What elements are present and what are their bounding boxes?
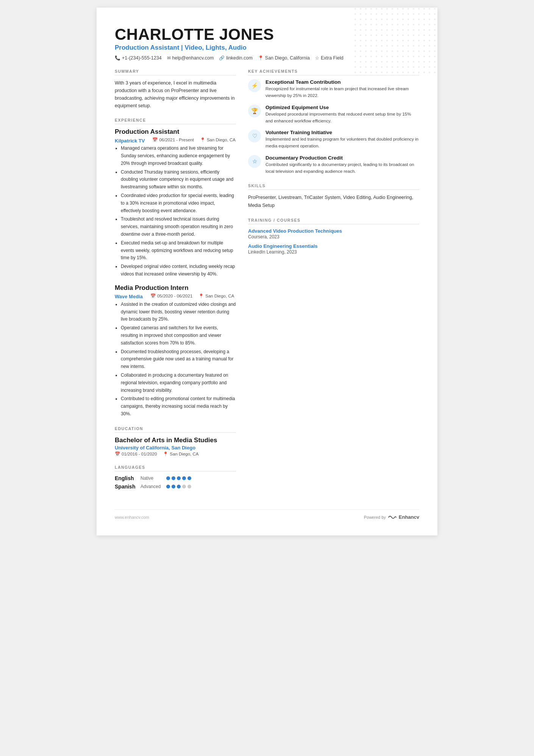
contact-row: 📞 +1-(234)-555-1234 ✉ help@enhancv.com 🔗… [115,55,419,61]
job-1-bullets: Managed camera operations and live strea… [115,145,236,278]
achievement-3-desc: Implemented and led training program for… [265,136,419,150]
list-item: Coordinated video production for special… [121,192,236,214]
lang-spanish-dots [166,485,191,488]
dot [172,476,175,480]
list-item: Conducted Thursday training sessions, ef… [121,169,236,191]
right-column: KEY ACHIEVEMENTS ⚡ Exceptional Team Cont… [248,69,419,498]
job-1-meta-row: Kilpatrick TV 📅 06/2021 - Present 📍 San … [115,136,236,145]
summary-label: SUMMARY [115,69,236,75]
lang-english-name: English [115,475,137,481]
candidate-title: Production Assistant | Video, Lights, Au… [115,44,419,52]
achievement-4: ☆ Documentary Production Credit Contribu… [248,155,419,175]
achievements-label: KEY ACHIEVEMENTS [248,69,419,75]
calendar-icon-2: 📅 [150,293,156,299]
languages-label: LANGUAGES [115,465,236,471]
summary-section: SUMMARY With 3 years of experience, I ex… [115,69,236,110]
edu-school: University of California, San Diego [115,445,236,451]
list-item: Collaborated in producing a documentary … [121,372,236,394]
contact-linkedin: 🔗 linkedin.com [219,55,252,61]
achievement-1-content: Exceptional Team Contribution Recognized… [265,79,419,99]
resume-header: CHARLOTTE JONES Production Assistant | V… [115,26,419,61]
training-1-meta: Coursera, 2023 [248,234,419,239]
main-layout: SUMMARY With 3 years of experience, I ex… [115,69,419,498]
left-column: SUMMARY With 3 years of experience, I ex… [115,69,236,498]
job-1: Production Assistant Kilpatrick TV 📅 06/… [115,128,236,278]
contact-phone: 📞 +1-(234)-555-1234 [115,55,162,61]
lang-spanish-name: Spanish [115,484,137,490]
footer-website: www.enhancv.com [115,515,149,520]
phone-icon: 📞 [115,55,120,61]
job-1-dates: 📅 06/2021 - Present [152,137,194,142]
dot [166,476,170,480]
footer-brand: Powered by Enhancv [364,514,419,520]
training-label: TRAINING / COURSES [248,218,419,224]
dot [187,476,191,480]
email-icon: ✉ [167,55,171,61]
lang-spanish-row: Spanish Advanced [115,484,236,490]
star-small-icon: ☆ [315,55,319,61]
heart-icon: ♡ [248,130,261,142]
job-2-title: Media Production Intern [115,284,236,292]
enhancv-logo-icon [388,514,397,520]
list-item: Troubleshot and resolved technical issue… [121,216,236,238]
list-item: Contributed to editing promotional conte… [121,395,236,418]
achievement-2-desc: Developed procedural improvements that r… [265,111,419,125]
achievement-4-desc: Contributed significantly to a documenta… [265,161,419,175]
star-icon: ☆ [248,155,261,168]
dot [182,485,186,488]
page-footer: www.enhancv.com Powered by Enhancv [115,509,419,520]
candidate-name: CHARLOTTE JONES [115,26,419,43]
achievement-3: ♡ Volunteer Training Initiative Implemen… [248,130,419,150]
lang-english-level: Native [141,476,163,481]
calendar-icon-edu: 📅 [115,451,120,457]
list-item: Documented troubleshooting processes, de… [121,348,236,371]
achievement-1-title: Exceptional Team Contribution [265,79,419,85]
location-icon: 📍 [258,55,264,61]
edu-degree: Bachelor of Arts in Media Studies [115,437,236,444]
achievement-3-title: Volunteer Training Initiative [265,130,419,135]
list-item: Executed media set-up and breakdown for … [121,239,236,262]
training-2: Audio Engineering Essentials LinkedIn Le… [248,243,419,255]
trophy-icon: 🏆 [248,105,261,117]
job-2-dates: 📅 05/2020 - 06/2021 [150,293,192,299]
dot [177,485,181,488]
achievement-2-content: Optimized Equipment Use Developed proced… [265,105,419,125]
lang-english-row: English Native [115,475,236,481]
lang-spanish-level: Advanced [141,484,163,489]
dot [187,485,191,488]
achievement-2: 🏆 Optimized Equipment Use Developed proc… [248,105,419,125]
achievement-1: ⚡ Exceptional Team Contribution Recogniz… [248,79,419,99]
edu-meta: 📅 01/2016 - 01/2020 📍 San Diego, CA [115,451,236,457]
lang-english-dots [166,476,191,480]
achievement-2-title: Optimized Equipment Use [265,105,419,110]
experience-section: EXPERIENCE Production Assistant Kilpatri… [115,118,236,418]
job-2-location: 📍 San Diego, CA [198,293,234,299]
calendar-icon-1: 📅 [152,137,158,142]
achievement-1-desc: Recognized for instrumental role in team… [265,86,419,99]
skills-text: ProPresenter, Livestream, TriCaster Syst… [248,194,419,210]
lightning-icon: ⚡ [248,79,261,92]
contact-email: ✉ help@enhancv.com [167,55,214,61]
list-item: Managed camera operations and live strea… [121,145,236,167]
edu-dates: 📅 01/2016 - 01/2020 [115,451,157,457]
pin-icon-1: 📍 [200,137,205,142]
achievement-3-content: Volunteer Training Initiative Implemente… [265,130,419,150]
skills-section: SKILLS ProPresenter, Livestream, TriCast… [248,183,419,210]
job-2-company: Wave Media [115,294,143,299]
dot [172,485,175,488]
contact-extra: ☆ Extra Field [315,55,344,61]
summary-text: With 3 years of experience, I excel in m… [115,79,236,110]
dot [177,476,181,480]
job-2: Media Production Intern Wave Media 📅 05/… [115,284,236,418]
job-2-bullets: Assisted in the creation of customized v… [115,301,236,418]
training-1: Advanced Video Production Techniques Cou… [248,228,419,239]
list-item: Developed original video content, includ… [121,263,236,278]
education-section: EDUCATION Bachelor of Arts in Media Stud… [115,426,236,457]
job-2-meta: 📅 05/2020 - 06/2021 📍 San Diego, CA [150,293,234,299]
dot [166,485,170,488]
pin-icon-2: 📍 [198,293,204,299]
experience-label: EXPERIENCE [115,118,236,124]
list-item: Assisted in the creation of customized v… [121,301,236,323]
achievement-4-title: Documentary Production Credit [265,155,419,161]
link-icon: 🔗 [219,55,225,61]
